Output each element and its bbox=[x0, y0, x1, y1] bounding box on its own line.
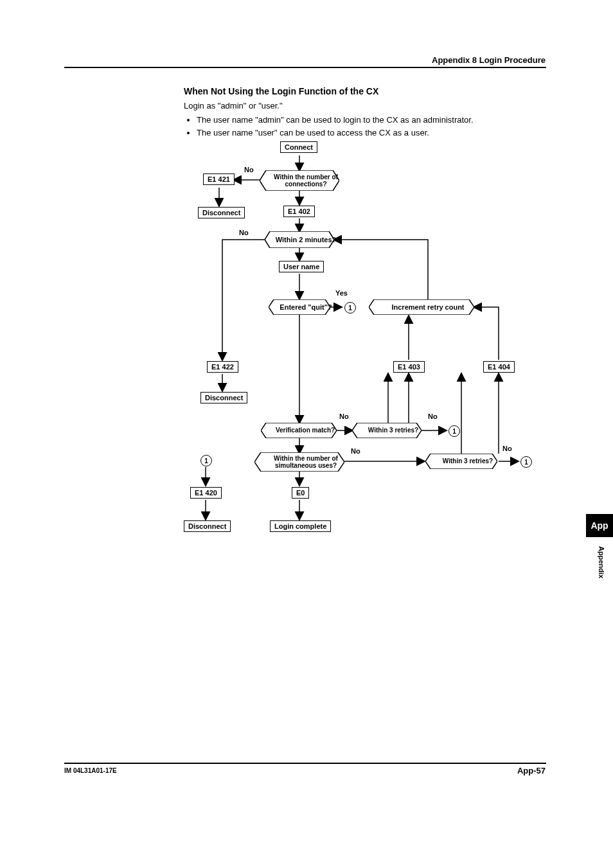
decision-within-3-retries-a: Within 3 retries? bbox=[352, 423, 422, 438]
section-title: When Not Using the Login Function of the… bbox=[184, 86, 378, 96]
decision-within-connections: Within the number of connections? bbox=[260, 170, 339, 191]
connector-1: 1 bbox=[344, 302, 356, 314]
edge-label-yes: Yes bbox=[335, 289, 348, 297]
running-header: Appendix 8 Login Procedure bbox=[432, 55, 546, 65]
process-connect: Connect bbox=[280, 141, 317, 153]
edge-label-no: No bbox=[239, 229, 249, 236]
side-tab-label: Appendix bbox=[598, 546, 605, 578]
terminal-disconnect: Disconnect bbox=[198, 207, 245, 218]
bullet-item: The user name "admin" can be used to log… bbox=[197, 114, 474, 127]
error-e1-402: E1 402 bbox=[283, 206, 315, 217]
edge-label-no: No bbox=[428, 412, 438, 420]
process-increment-retry: Increment retry count bbox=[369, 299, 474, 315]
error-e1-420: E1 420 bbox=[190, 487, 222, 499]
edge-label-no: No bbox=[244, 166, 254, 173]
decision-verification-match: Verification match? bbox=[261, 423, 337, 438]
decision-within-3-retries-b: Within 3 retries? bbox=[425, 454, 497, 469]
error-e0: E0 bbox=[292, 487, 309, 499]
edge-label-no: No bbox=[339, 412, 349, 420]
intro-line: Login as "admin" or "user." bbox=[184, 101, 283, 111]
error-e1-421: E1 421 bbox=[203, 173, 235, 185]
footer-rule bbox=[64, 763, 546, 764]
connector-1: 1 bbox=[449, 425, 460, 437]
decision-within-2min: Within 2 minutes? bbox=[265, 231, 334, 248]
flowchart: Connect Within the number of connections… bbox=[184, 141, 544, 540]
side-tab: App bbox=[586, 514, 613, 537]
header-rule bbox=[64, 67, 546, 68]
process-user-name: User name bbox=[279, 261, 324, 272]
decision-entered-quit: Entered "quit"? bbox=[269, 299, 330, 315]
error-e1-403: E1 403 bbox=[393, 361, 425, 373]
edge-label-no: No bbox=[502, 445, 512, 452]
flow-arrows bbox=[184, 141, 544, 540]
document-id: IM 04L31A01-17E bbox=[64, 767, 117, 774]
connector-1: 1 bbox=[520, 456, 532, 468]
error-e1-404: E1 404 bbox=[483, 361, 515, 373]
edge-label-no: No bbox=[351, 447, 360, 455]
terminal-login-complete: Login complete bbox=[270, 520, 331, 532]
intro-text: Login as "admin" or "user." The user nam… bbox=[184, 100, 474, 140]
terminal-disconnect: Disconnect bbox=[200, 392, 247, 403]
error-e1-422: E1 422 bbox=[207, 361, 238, 373]
page-number: App-57 bbox=[517, 766, 546, 775]
bullet-item: The user name "user" can be used to acce… bbox=[197, 127, 474, 139]
decision-within-simultaneous: Within the number of simultaneous uses? bbox=[254, 452, 344, 472]
connector-1: 1 bbox=[200, 455, 212, 466]
terminal-disconnect: Disconnect bbox=[184, 520, 231, 532]
